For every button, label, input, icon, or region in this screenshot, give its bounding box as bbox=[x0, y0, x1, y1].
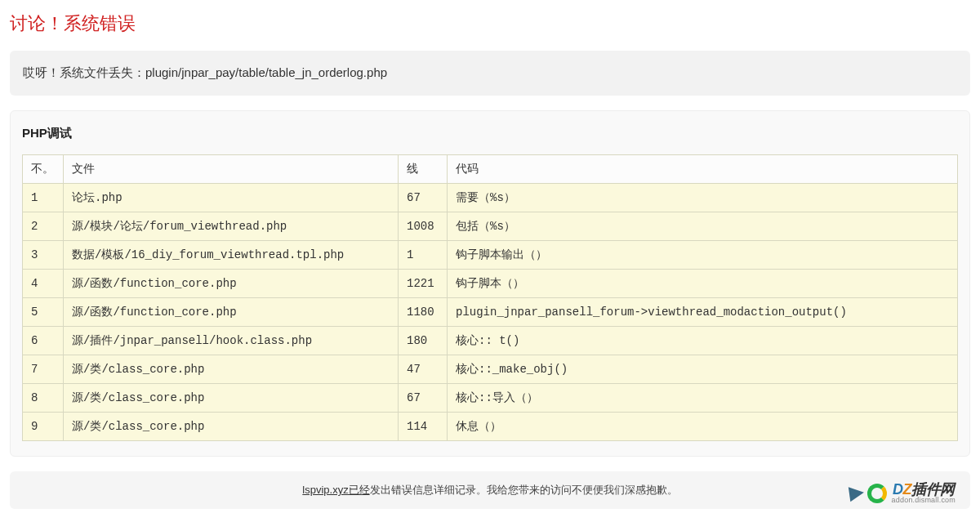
cell-code: 核心::_make_obj() bbox=[448, 355, 958, 384]
error-message-text: 哎呀！系统文件丢失：plugin/jnpar_pay/table/table_j… bbox=[23, 65, 387, 79]
watermark-brand: DZ插件网 bbox=[892, 482, 956, 497]
cell-code: 核心:: t() bbox=[448, 327, 958, 355]
cell-code: 需要（%s） bbox=[448, 184, 958, 212]
table-row: 4源/函数/function_core.php1221钩子脚本（） bbox=[23, 270, 958, 298]
header-code: 代码 bbox=[448, 155, 958, 184]
cell-no: 1 bbox=[23, 184, 64, 212]
cell-line: 67 bbox=[399, 184, 448, 212]
table-row: 3数据/模板/16_diy_forum_viewthread.tpl.php1钩… bbox=[23, 241, 958, 270]
table-row: 6源/插件/jnpar_pansell/hook.class.php180核心:… bbox=[23, 327, 958, 355]
cell-file: 源/函数/function_core.php bbox=[64, 270, 399, 298]
cell-line: 180 bbox=[399, 327, 448, 355]
cell-no: 6 bbox=[23, 327, 64, 355]
error-message-box: 哎呀！系统文件丢失：plugin/jnpar_pay/table/table_j… bbox=[10, 51, 970, 96]
cell-no: 3 bbox=[23, 241, 64, 270]
table-row: 9源/类/class_core.php114休息（） bbox=[23, 413, 958, 441]
footer-bar: lspvip.xyz已经发出错误信息详细记录。我给您带来的访问不便便我们深感抱歉… bbox=[10, 471, 970, 509]
cell-file: 源/类/class_core.php bbox=[64, 355, 399, 384]
cell-file: 数据/模板/16_diy_forum_viewthread.tpl.php bbox=[64, 241, 399, 270]
cell-no: 8 bbox=[23, 384, 64, 413]
cell-code: 休息（） bbox=[448, 413, 958, 441]
debug-title: PHP调试 bbox=[22, 126, 958, 141]
cell-file: 源/模块/论坛/forum_viewthread.php bbox=[64, 212, 399, 241]
header-no: 不。 bbox=[23, 155, 64, 184]
table-row: 1论坛.php67需要（%s） bbox=[23, 184, 958, 212]
cell-line: 114 bbox=[399, 413, 448, 441]
cell-line: 67 bbox=[399, 384, 448, 413]
header-file: 文件 bbox=[64, 155, 399, 184]
page-title: 讨论！系统错误 bbox=[0, 0, 980, 44]
cell-no: 9 bbox=[23, 413, 64, 441]
header-line: 线 bbox=[399, 155, 448, 184]
debug-section: PHP调试 不。 文件 线 代码 1论坛.php67需要（%s）2源/模块/论坛… bbox=[10, 110, 970, 457]
debug-table: 不。 文件 线 代码 1论坛.php67需要（%s）2源/模块/论坛/forum… bbox=[22, 154, 958, 441]
watermark-text: DZ插件网 addon.dismall.com bbox=[892, 482, 956, 504]
circle-logo-icon bbox=[867, 484, 887, 503]
footer-rest-text: 发出错误信息详细记录。我给您带来的访问不便便我们深感抱歉。 bbox=[370, 484, 678, 496]
cell-code: 包括（%s） bbox=[448, 212, 958, 241]
cell-no: 5 bbox=[23, 298, 64, 327]
cell-file: 源/类/class_core.php bbox=[64, 384, 399, 413]
cell-no: 2 bbox=[23, 212, 64, 241]
paper-plane-icon bbox=[848, 484, 864, 501]
footer-link[interactable]: lspvip.xyz已经 bbox=[302, 484, 369, 496]
cell-line: 1180 bbox=[399, 298, 448, 327]
cell-no: 4 bbox=[23, 270, 64, 298]
table-row: 5源/函数/function_core.php1180plugin_jnpar_… bbox=[23, 298, 958, 327]
cell-code: 钩子脚本（） bbox=[448, 270, 958, 298]
table-header-row: 不。 文件 线 代码 bbox=[23, 155, 958, 184]
cell-line: 1008 bbox=[399, 212, 448, 241]
cell-file: 源/插件/jnpar_pansell/hook.class.php bbox=[64, 327, 399, 355]
table-row: 2源/模块/论坛/forum_viewthread.php1008包括（%s） bbox=[23, 212, 958, 241]
table-row: 8源/类/class_core.php67核心::导入（） bbox=[23, 384, 958, 413]
cell-code: 钩子脚本输出（） bbox=[448, 241, 958, 270]
cell-code: plugin_jnpar_pansell_forum->viewthread_m… bbox=[448, 298, 958, 327]
cell-line: 1 bbox=[399, 241, 448, 270]
cell-file: 源/类/class_core.php bbox=[64, 413, 399, 441]
cell-file: 论坛.php bbox=[64, 184, 399, 212]
watermark-domain: addon.dismall.com bbox=[892, 497, 956, 504]
cell-code: 核心::导入（） bbox=[448, 384, 958, 413]
cell-line: 47 bbox=[399, 355, 448, 384]
cell-line: 1221 bbox=[399, 270, 448, 298]
watermark: DZ插件网 addon.dismall.com bbox=[849, 482, 956, 504]
cell-no: 7 bbox=[23, 355, 64, 384]
cell-file: 源/函数/function_core.php bbox=[64, 298, 399, 327]
table-row: 7源/类/class_core.php47核心::_make_obj() bbox=[23, 355, 958, 384]
